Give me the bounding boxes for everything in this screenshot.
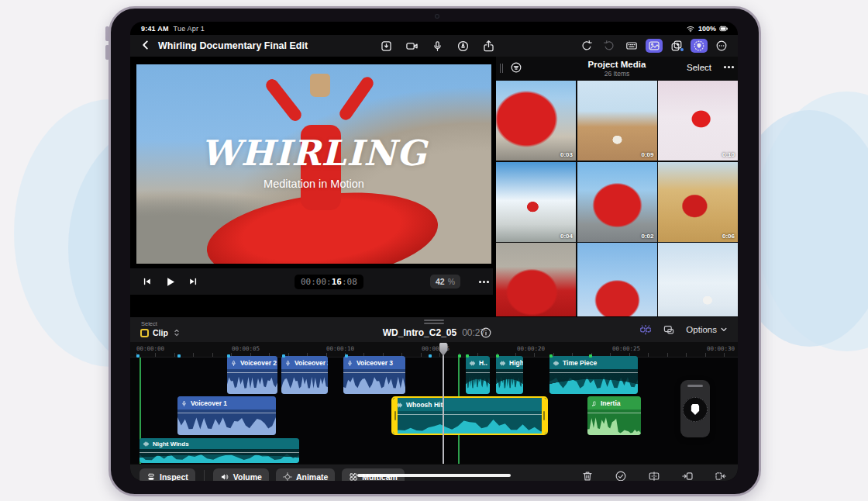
chevron-down-icon <box>719 325 728 334</box>
trim-handle-right[interactable] <box>542 398 546 434</box>
toolbar-center-icons <box>380 40 495 53</box>
pencil-icon[interactable] <box>456 40 470 53</box>
timeline[interactable]: 00:00:0000:00:0500:00:1000:00:1500:00:20… <box>130 342 738 464</box>
media-thumbnail[interactable]: 0:02 <box>577 162 657 242</box>
inspect-icon <box>146 472 156 481</box>
media-more-icon[interactable] <box>728 66 730 68</box>
clip-waveform <box>140 449 299 463</box>
clip-marker <box>345 354 348 358</box>
timeline-clip-voiceover-2[interactable]: Voiceover 2 <box>281 356 328 394</box>
jog-button[interactable] <box>691 39 708 53</box>
undo-button[interactable] <box>578 39 595 53</box>
timeline-clip-time-piece[interactable]: Time Piece <box>549 356 638 394</box>
timeline-clip-high-[interactable]: High.. <box>496 356 523 394</box>
timeline-clip-voiceover-1[interactable]: Voiceover 1 <box>177 396 276 435</box>
clip-volume-line[interactable] <box>343 372 405 373</box>
undo-icon <box>580 40 593 52</box>
select-button[interactable]: Select <box>687 63 711 72</box>
playhead-line[interactable] <box>443 352 444 464</box>
clip-marker <box>466 354 469 358</box>
video-frame[interactable]: WHIRLING Meditation in Motion <box>136 64 491 264</box>
media-thumbnail[interactable] <box>658 243 738 316</box>
keyboard-button[interactable] <box>623 39 640 53</box>
clip-volume-line[interactable] <box>496 372 523 373</box>
trash-icon[interactable] <box>581 470 594 481</box>
clip-duration-badge: 0:04 <box>560 233 573 240</box>
animate-button[interactable]: Animate <box>276 468 335 481</box>
skip-back-icon[interactable] <box>141 275 153 288</box>
status-bar: 9:41 AMTue Apr 1 100% <box>130 22 738 35</box>
picture-in-picture-icon[interactable] <box>663 323 675 336</box>
media-grid: 0:030:090:100:040:020:06 <box>496 81 738 316</box>
insertR-icon[interactable] <box>715 470 727 481</box>
clip-volume-line[interactable] <box>466 372 490 373</box>
clip-name-label: Inertia <box>601 399 621 407</box>
play-icon[interactable] <box>164 275 177 289</box>
clip-marker <box>549 354 553 358</box>
timeline-clip-voiceover-2[interactable]: Voiceover 2 <box>227 356 277 394</box>
media-thumbnail[interactable]: 0:06 <box>658 162 738 242</box>
camera-icon[interactable] <box>405 40 418 53</box>
clip-duration-badge: 0:02 <box>641 233 653 240</box>
check-icon[interactable] <box>615 470 627 481</box>
redo-button[interactable] <box>601 39 618 53</box>
viewer-more-icon[interactable] <box>483 281 485 283</box>
timeline-ruler[interactable]: 00:00:0000:00:0500:00:1000:00:1500:00:20… <box>130 342 738 358</box>
media-thumbnail[interactable] <box>496 243 576 316</box>
status-date: Tue Apr 1 <box>174 25 205 33</box>
effects-button[interactable] <box>668 39 685 53</box>
zoom-value: 42 <box>436 277 445 286</box>
media-thumbnail[interactable]: 0:03 <box>496 81 576 161</box>
volume-button[interactable]: Volume <box>213 468 269 481</box>
waveform-icon <box>553 360 560 367</box>
insertL-icon[interactable] <box>681 470 694 481</box>
options-button[interactable]: Options <box>686 325 728 334</box>
jog-wheel-widget[interactable] <box>680 380 710 437</box>
clip-volume-line[interactable] <box>281 372 328 373</box>
media-thumbnail[interactable]: 0:10 <box>658 81 738 161</box>
button-label: Inspect <box>160 472 188 481</box>
marketing-stage: 9:41 AMTue Apr 1 100% Whirling Documenta… <box>0 0 868 501</box>
clip-volume-line[interactable] <box>549 372 638 373</box>
skip-forward-icon[interactable] <box>187 275 199 288</box>
waveform-icon <box>143 441 150 447</box>
jog-wheel-dial[interactable] <box>683 397 708 422</box>
more-button[interactable] <box>713 39 730 53</box>
clip-volume-line[interactable] <box>140 452 299 453</box>
photo-button[interactable] <box>646 39 663 53</box>
timeline-clip-voiceover-3[interactable]: Voiceover 3 <box>343 356 405 394</box>
clip-marker <box>282 354 285 358</box>
info-icon[interactable] <box>480 327 492 339</box>
media-thumbnail[interactable] <box>577 243 657 316</box>
timeline-drag-handle[interactable] <box>424 320 444 321</box>
media-thumbnail[interactable]: 0:04 <box>496 162 576 242</box>
mic-icon[interactable] <box>431 40 444 53</box>
timeline-toolbar: Select Clip WD_Intro_C2_0500:27 Options <box>130 316 738 342</box>
split-icon[interactable] <box>648 470 660 481</box>
timeline-clip-whoosh-hit[interactable]: Whoosh Hit <box>391 396 548 435</box>
import-icon[interactable] <box>380 40 393 53</box>
share-icon[interactable] <box>482 40 495 53</box>
zoom-level-chip[interactable]: 42% <box>430 275 460 289</box>
timecode-display[interactable]: 00:00:16:08 <box>294 275 363 289</box>
clip-label-band: Inertia <box>587 396 641 409</box>
timeline-clip-night-winds[interactable]: Night Winds <box>140 438 299 463</box>
clip-name-label: Voiceover 2 <box>240 359 277 367</box>
trim-handle-left[interactable] <box>393 398 398 434</box>
clip-volume-line[interactable] <box>227 372 277 373</box>
redo-icon <box>603 40 615 52</box>
clip-volume-line[interactable] <box>177 413 276 413</box>
clip-volume-line[interactable] <box>587 413 641 413</box>
home-indicator[interactable] <box>357 474 511 478</box>
media-thumbnail[interactable]: 0:09 <box>577 81 657 161</box>
timeline-clip-inertia[interactable]: Inertia <box>587 396 641 435</box>
clip-label-band: Voiceover 2 <box>227 356 277 369</box>
ruler-tick-label: 00:00:20 <box>517 345 545 352</box>
clip-volume-line[interactable] <box>393 414 546 415</box>
magnetic-timeline-icon[interactable] <box>639 323 652 336</box>
note-icon <box>591 400 598 407</box>
inspect-button[interactable]: Inspect <box>140 468 195 481</box>
timeline-clip-h-[interactable]: H.. <box>466 356 490 394</box>
back-icon[interactable] <box>140 39 153 53</box>
jog-wheel-handle[interactable] <box>687 385 703 387</box>
